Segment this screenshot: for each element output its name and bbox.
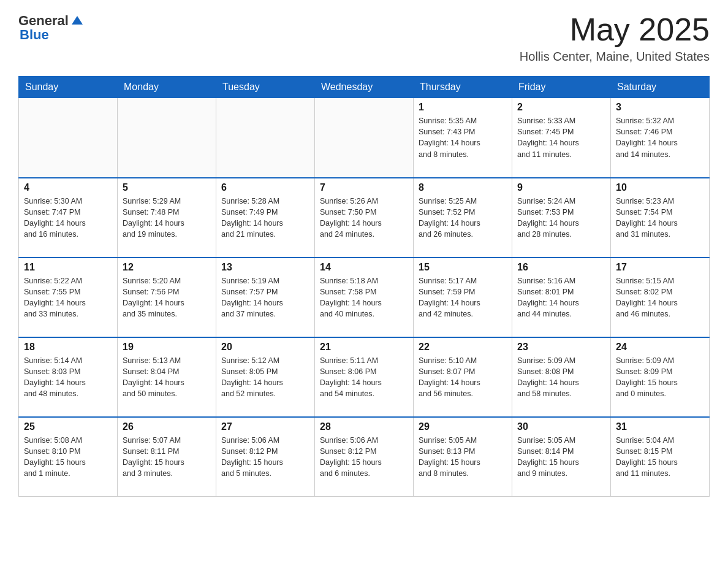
title-area: May 2025 Hollis Center, Maine, United St…: [520, 12, 710, 64]
day-number: 3: [616, 102, 704, 113]
col-sunday: Sunday: [19, 77, 118, 98]
calendar-table: Sunday Monday Tuesday Wednesday Thursday…: [18, 76, 710, 497]
day-number: 26: [123, 421, 211, 432]
day-info: Sunrise: 5:10 AM Sunset: 8:07 PM Dayligh…: [419, 355, 507, 400]
calendar-week-row: 25Sunrise: 5:08 AM Sunset: 8:10 PM Dayli…: [19, 417, 710, 497]
calendar-week-row: 4Sunrise: 5:30 AM Sunset: 7:47 PM Daylig…: [19, 178, 710, 258]
day-number: 29: [419, 421, 507, 432]
table-row: 4Sunrise: 5:30 AM Sunset: 7:47 PM Daylig…: [19, 178, 118, 258]
logo-triangle-icon: [70, 13, 84, 27]
col-tuesday: Tuesday: [216, 77, 315, 98]
logo: General Blue: [18, 12, 84, 43]
day-info: Sunrise: 5:04 AM Sunset: 8:15 PM Dayligh…: [616, 435, 704, 480]
day-info: Sunrise: 5:18 AM Sunset: 7:58 PM Dayligh…: [320, 275, 408, 320]
day-number: 18: [24, 342, 112, 353]
table-row: 28Sunrise: 5:06 AM Sunset: 8:12 PM Dayli…: [315, 417, 414, 497]
day-number: 9: [517, 182, 605, 193]
day-number: 8: [419, 182, 507, 193]
table-row: 27Sunrise: 5:06 AM Sunset: 8:12 PM Dayli…: [216, 417, 315, 497]
table-row: 13Sunrise: 5:19 AM Sunset: 7:57 PM Dayli…: [216, 258, 315, 337]
day-number: 13: [221, 262, 309, 273]
day-number: 30: [517, 421, 605, 432]
day-info: Sunrise: 5:07 AM Sunset: 8:11 PM Dayligh…: [123, 435, 211, 480]
day-number: 14: [320, 262, 408, 273]
table-row: 24Sunrise: 5:09 AM Sunset: 8:09 PM Dayli…: [611, 337, 710, 417]
table-row: 19Sunrise: 5:13 AM Sunset: 8:04 PM Dayli…: [118, 337, 216, 417]
col-wednesday: Wednesday: [315, 77, 414, 98]
day-info: Sunrise: 5:11 AM Sunset: 8:06 PM Dayligh…: [320, 355, 408, 400]
day-info: Sunrise: 5:12 AM Sunset: 8:05 PM Dayligh…: [221, 355, 309, 400]
table-row: 17Sunrise: 5:15 AM Sunset: 8:02 PM Dayli…: [611, 258, 710, 337]
day-number: 28: [320, 421, 408, 432]
location-subtitle: Hollis Center, Maine, United States: [520, 50, 710, 64]
table-row: [315, 98, 414, 178]
table-row: 20Sunrise: 5:12 AM Sunset: 8:05 PM Dayli…: [216, 337, 315, 417]
calendar-week-row: 1Sunrise: 5:35 AM Sunset: 7:43 PM Daylig…: [19, 98, 710, 178]
table-row: 18Sunrise: 5:14 AM Sunset: 8:03 PM Dayli…: [19, 337, 118, 417]
day-number: 17: [616, 262, 704, 273]
table-row: 23Sunrise: 5:09 AM Sunset: 8:08 PM Dayli…: [512, 337, 611, 417]
day-info: Sunrise: 5:29 AM Sunset: 7:48 PM Dayligh…: [123, 196, 211, 240]
day-info: Sunrise: 5:16 AM Sunset: 8:01 PM Dayligh…: [517, 275, 605, 320]
calendar-week-row: 18Sunrise: 5:14 AM Sunset: 8:03 PM Dayli…: [19, 337, 710, 417]
calendar-week-row: 11Sunrise: 5:22 AM Sunset: 7:55 PM Dayli…: [19, 258, 710, 337]
table-row: 7Sunrise: 5:26 AM Sunset: 7:50 PM Daylig…: [315, 178, 414, 258]
table-row: 8Sunrise: 5:25 AM Sunset: 7:52 PM Daylig…: [414, 178, 512, 258]
table-row: 2Sunrise: 5:33 AM Sunset: 7:45 PM Daylig…: [512, 98, 611, 178]
day-info: Sunrise: 5:25 AM Sunset: 7:52 PM Dayligh…: [419, 196, 507, 240]
day-number: 5: [123, 182, 211, 193]
table-row: [118, 98, 216, 178]
day-info: Sunrise: 5:06 AM Sunset: 8:12 PM Dayligh…: [320, 435, 408, 480]
day-info: Sunrise: 5:20 AM Sunset: 7:56 PM Dayligh…: [123, 275, 211, 320]
day-number: 2: [517, 102, 605, 113]
table-row: 14Sunrise: 5:18 AM Sunset: 7:58 PM Dayli…: [315, 258, 414, 337]
day-info: Sunrise: 5:09 AM Sunset: 8:09 PM Dayligh…: [616, 355, 704, 400]
day-number: 21: [320, 342, 408, 353]
table-row: 26Sunrise: 5:07 AM Sunset: 8:11 PM Dayli…: [118, 417, 216, 497]
day-info: Sunrise: 5:06 AM Sunset: 8:12 PM Dayligh…: [221, 435, 309, 480]
table-row: 3Sunrise: 5:32 AM Sunset: 7:46 PM Daylig…: [611, 98, 710, 178]
table-row: [19, 98, 118, 178]
day-number: 24: [616, 342, 704, 353]
day-info: Sunrise: 5:08 AM Sunset: 8:10 PM Dayligh…: [24, 435, 112, 480]
day-number: 25: [24, 421, 112, 432]
day-info: Sunrise: 5:14 AM Sunset: 8:03 PM Dayligh…: [24, 355, 112, 400]
day-info: Sunrise: 5:30 AM Sunset: 7:47 PM Dayligh…: [24, 196, 112, 240]
day-info: Sunrise: 5:32 AM Sunset: 7:46 PM Dayligh…: [616, 115, 704, 160]
month-title: May 2025: [520, 12, 710, 47]
table-row: 12Sunrise: 5:20 AM Sunset: 7:56 PM Dayli…: [118, 258, 216, 337]
day-number: 4: [24, 182, 112, 193]
table-row: 9Sunrise: 5:24 AM Sunset: 7:53 PM Daylig…: [512, 178, 611, 258]
table-row: 22Sunrise: 5:10 AM Sunset: 8:07 PM Dayli…: [414, 337, 512, 417]
day-number: 16: [517, 262, 605, 273]
day-info: Sunrise: 5:28 AM Sunset: 7:49 PM Dayligh…: [221, 196, 309, 240]
day-number: 19: [123, 342, 211, 353]
table-row: 11Sunrise: 5:22 AM Sunset: 7:55 PM Dayli…: [19, 258, 118, 337]
day-number: 10: [616, 182, 704, 193]
col-saturday: Saturday: [611, 77, 710, 98]
table-row: 29Sunrise: 5:05 AM Sunset: 8:13 PM Dayli…: [414, 417, 512, 497]
day-info: Sunrise: 5:26 AM Sunset: 7:50 PM Dayligh…: [320, 196, 408, 240]
day-number: 11: [24, 262, 112, 273]
day-number: 7: [320, 182, 408, 193]
col-friday: Friday: [512, 77, 611, 98]
table-row: 25Sunrise: 5:08 AM Sunset: 8:10 PM Dayli…: [19, 417, 118, 497]
table-row: 30Sunrise: 5:05 AM Sunset: 8:14 PM Dayli…: [512, 417, 611, 497]
calendar-header-row: Sunday Monday Tuesday Wednesday Thursday…: [19, 77, 710, 98]
table-row: 21Sunrise: 5:11 AM Sunset: 8:06 PM Dayli…: [315, 337, 414, 417]
day-info: Sunrise: 5:05 AM Sunset: 8:14 PM Dayligh…: [517, 435, 605, 480]
day-info: Sunrise: 5:35 AM Sunset: 7:43 PM Dayligh…: [419, 115, 507, 160]
day-info: Sunrise: 5:05 AM Sunset: 8:13 PM Dayligh…: [419, 435, 507, 480]
table-row: 10Sunrise: 5:23 AM Sunset: 7:54 PM Dayli…: [611, 178, 710, 258]
page-header: General Blue May 2025 Hollis Center, Mai…: [18, 12, 710, 64]
table-row: 16Sunrise: 5:16 AM Sunset: 8:01 PM Dayli…: [512, 258, 611, 337]
day-info: Sunrise: 5:17 AM Sunset: 7:59 PM Dayligh…: [419, 275, 507, 320]
table-row: [216, 98, 315, 178]
day-number: 12: [123, 262, 211, 273]
day-number: 15: [419, 262, 507, 273]
day-info: Sunrise: 5:23 AM Sunset: 7:54 PM Dayligh…: [616, 196, 704, 240]
table-row: 6Sunrise: 5:28 AM Sunset: 7:49 PM Daylig…: [216, 178, 315, 258]
day-info: Sunrise: 5:09 AM Sunset: 8:08 PM Dayligh…: [517, 355, 605, 400]
day-info: Sunrise: 5:13 AM Sunset: 8:04 PM Dayligh…: [123, 355, 211, 400]
logo-blue: Blue: [20, 27, 49, 43]
